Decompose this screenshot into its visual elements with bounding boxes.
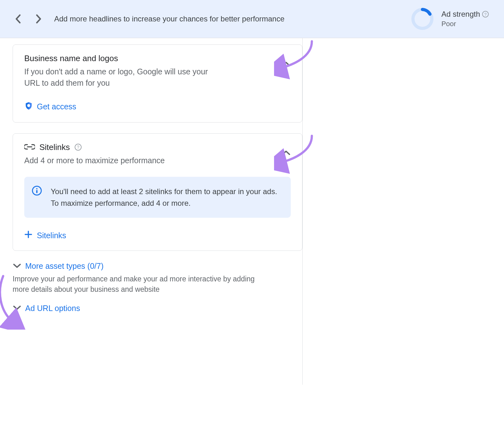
svg-point-8	[36, 188, 37, 189]
plus-icon	[24, 230, 32, 240]
svg-text:?: ?	[484, 12, 486, 17]
link-icon	[24, 142, 35, 152]
ad-strength-indicator: Ad strength ? Poor	[411, 8, 489, 30]
get-access-button[interactable]: Get access	[24, 101, 76, 112]
ad-strength-header: Add more headlines to increase your chan…	[0, 0, 504, 38]
chevron-up-icon[interactable]	[281, 150, 291, 157]
chevron-up-icon[interactable]	[281, 61, 291, 68]
ad-strength-label: Ad strength ?	[441, 10, 489, 19]
business-card-title: Business name and logos	[24, 54, 276, 63]
add-sitelinks-button[interactable]: Sitelinks	[24, 230, 66, 240]
business-name-logos-card: Business name and logos If you don't add…	[13, 44, 302, 123]
more-asset-types-label: More asset types (0/7)	[25, 262, 104, 271]
get-access-label: Get access	[37, 102, 76, 111]
help-icon[interactable]: ?	[74, 143, 82, 151]
chevron-down-icon	[13, 305, 21, 311]
more-asset-types-description: Improve your ad performance and make you…	[13, 274, 271, 295]
add-sitelinks-label: Sitelinks	[37, 231, 66, 240]
sitelinks-info-box: You'll need to add at least 2 sitelinks …	[24, 177, 291, 218]
sitelinks-card: Sitelinks ? Add 4 or more to maximize pe…	[13, 133, 302, 251]
header-tip-text: Add more headlines to increase your chan…	[54, 14, 398, 24]
svg-text:?: ?	[77, 145, 79, 150]
help-icon[interactable]: ?	[482, 11, 489, 18]
ad-strength-value: Poor	[441, 20, 489, 28]
ad-url-options-label: Ad URL options	[25, 304, 80, 313]
shield-icon	[24, 101, 33, 112]
business-card-subtitle: If you don't add a name or logo, Google …	[24, 66, 213, 89]
sitelinks-subtitle: Add 4 or more to maximize performance	[24, 155, 213, 166]
info-icon	[32, 186, 42, 197]
preview-panel	[302, 38, 504, 385]
nav-next-icon[interactable]	[36, 14, 42, 24]
svg-point-4	[27, 104, 30, 107]
ad-strength-ring-icon	[411, 8, 434, 30]
sitelinks-title: Sitelinks	[39, 142, 70, 152]
more-asset-types-row[interactable]: More asset types (0/7)	[13, 262, 302, 271]
sitelinks-info-text: You'll need to add at least 2 sitelinks …	[51, 186, 282, 209]
nav-prev-icon[interactable]	[15, 14, 21, 24]
svg-rect-9	[36, 190, 37, 193]
header-nav-arrows	[15, 14, 42, 24]
chevron-down-icon	[13, 263, 21, 269]
ad-url-options-row[interactable]: Ad URL options	[13, 304, 302, 313]
